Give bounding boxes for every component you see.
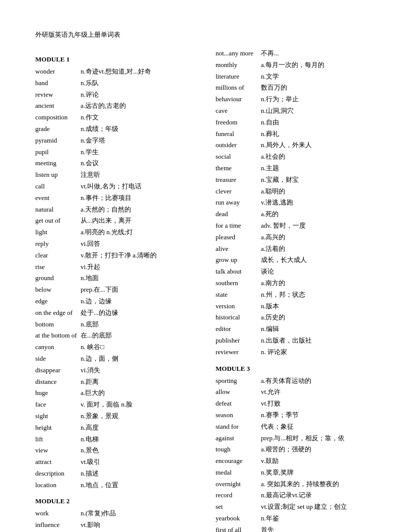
list-item: encouragev.鼓励	[216, 456, 376, 467]
list-item: sociala.社会的	[216, 152, 376, 162]
list-item: pupiln.学生	[35, 147, 195, 158]
word: composition	[35, 112, 81, 123]
definition: n.距离	[81, 377, 195, 387]
list-item: outsidern.局外人，外来人	[216, 140, 376, 151]
definition: a.艰苦的；强硬的	[261, 444, 376, 455]
word: meeting	[35, 158, 81, 169]
word: pleased	[216, 232, 261, 243]
definition: n.奇迹vt.想知道,对...好奇	[81, 66, 195, 77]
word: record	[216, 490, 261, 501]
definition: 代表；象征	[261, 422, 376, 432]
list-item: medaln.奖章,奖牌	[216, 468, 376, 478]
word: allow	[216, 387, 261, 397]
definition: n.编辑	[261, 324, 376, 335]
list-item: canyonn. 峡谷□	[35, 342, 195, 353]
list-item: grow up成长，长大成人	[216, 255, 376, 265]
list-item: recordn.最高记录vt.记录	[216, 490, 376, 501]
word: encourage	[216, 456, 261, 467]
definition: v.鼓励	[261, 456, 376, 467]
list-item: sportinga.有关体育运动的	[216, 376, 376, 386]
word: face	[35, 400, 81, 410]
list-item: againstprep.与...相对，相反；靠，依	[216, 433, 376, 444]
list-item: treasuren.宝藏，财宝	[216, 175, 376, 185]
list-item: edgen.边，边缘	[35, 296, 195, 307]
definition: 在...的底部	[81, 330, 195, 341]
word: treasure	[216, 175, 261, 185]
definition: n.版本	[261, 301, 376, 312]
list-item: bandn.乐队	[35, 78, 195, 89]
list-item: descriptionn.描述	[35, 469, 195, 479]
list-item: compositionn.作文	[35, 112, 195, 123]
word: literature	[216, 72, 261, 82]
list-item: deada.死的	[216, 209, 376, 220]
definition: n.边，边缘	[81, 296, 195, 307]
module1-header: MODULE 1	[35, 55, 195, 63]
list-item: get out of从...内出来，离开	[35, 216, 195, 226]
definition: a.高兴的	[261, 232, 376, 243]
list-item: themen.主题	[216, 163, 376, 174]
definition: a.聪明的	[261, 186, 376, 197]
word: freedom	[216, 117, 261, 128]
word: natural	[35, 205, 81, 215]
list-item: workn.(常复)作品	[35, 508, 195, 519]
word: alive	[216, 244, 261, 254]
word: call	[35, 181, 81, 192]
word: ancient	[35, 101, 81, 111]
word: height	[35, 423, 81, 433]
list-item: versionn.版本	[216, 301, 376, 312]
list-item: monthlya.每月一次的，每月的	[216, 60, 376, 71]
word: side	[35, 354, 81, 364]
right-column: not...any more不再...monthlya.每月一次的，每月的lit…	[216, 48, 376, 532]
definition: n.事件；比赛项目	[81, 193, 195, 204]
word: southern	[216, 278, 261, 289]
list-item: behaviourn.行为；举止	[216, 94, 376, 105]
word: set	[216, 502, 261, 512]
word: dead	[216, 209, 261, 220]
definition: vi.消失	[81, 365, 195, 376]
definition: n.金字塔	[81, 136, 195, 146]
word: bottom	[35, 319, 81, 330]
word: run away	[216, 197, 261, 208]
word: influence	[35, 520, 81, 530]
definition: n.学生	[81, 147, 195, 158]
word: overnight	[216, 479, 261, 490]
list-item: literaturen.文学	[216, 72, 376, 82]
list-item: attractvt.吸引	[35, 457, 195, 468]
definition: 谈论	[261, 267, 376, 277]
list-item: run awayv.潜逃,逃跑	[216, 197, 376, 208]
definition: n. 评论家	[261, 347, 376, 358]
word: below	[35, 285, 81, 295]
definition: n.会议	[81, 158, 195, 169]
list-item: bottomn.底部	[35, 319, 195, 330]
definition: n.年鉴	[261, 513, 376, 524]
definition: a.活着的	[261, 244, 376, 254]
list-item: yearbookn.年鉴	[216, 513, 376, 524]
list-item: risevi.升起	[35, 262, 195, 273]
word: theme	[216, 163, 261, 174]
definition: n.描述	[81, 469, 195, 479]
word: reply	[35, 239, 81, 249]
word: disappear	[35, 365, 81, 376]
list-item: on the edge of处于...的边缘	[35, 308, 195, 318]
list-item: lighta.明亮的 n.光线;灯	[35, 227, 195, 238]
list-item: funeraln.葬礼	[216, 129, 376, 140]
definition: 首先	[261, 525, 376, 532]
list-item: not...any more不再...	[216, 48, 376, 59]
definition: a.有关体育运动的	[261, 376, 376, 386]
module3-header: MODULE 3	[216, 365, 376, 373]
definition: vt.影响	[81, 520, 195, 530]
word: get out of	[35, 216, 81, 226]
definition: n.高度	[81, 423, 195, 433]
word: behaviour	[216, 94, 261, 105]
definition: vt.吸引	[81, 457, 195, 468]
list-item: viewn.景色	[35, 445, 195, 456]
word: canyon	[35, 342, 81, 353]
definition: n.文学	[261, 72, 376, 82]
word: stand for	[216, 422, 261, 432]
word: funeral	[216, 129, 261, 140]
list-item: for a timeadv. 暂时，一度	[216, 221, 376, 231]
list-item: callvt.叫做,名为；打电话	[35, 181, 195, 192]
definition: n.地点，位置	[81, 480, 195, 491]
list-item: liftn.电梯	[35, 434, 195, 445]
list-item: facev. 面对，面临 n.脸	[35, 400, 195, 410]
